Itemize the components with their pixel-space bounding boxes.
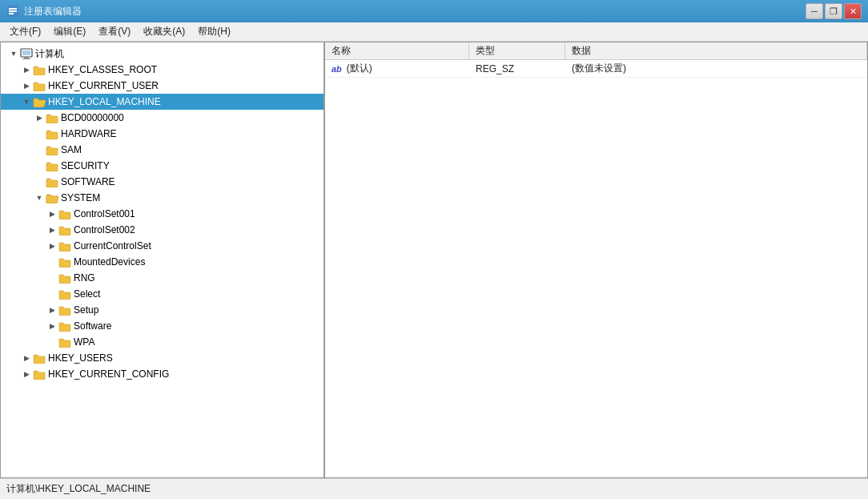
tree-panel[interactable]: ▼计算机▶HKEY_CLASSES_ROOT▶HKEY_CURRENT_USER… [1, 42, 325, 477]
folder-icon-mounteddevices [58, 256, 71, 268]
svg-rect-5 [22, 50, 30, 55]
folder-icon-security [46, 159, 58, 172]
node-label-wpa: WPA [74, 336, 94, 348]
folder-icon-bcd [46, 111, 58, 124]
value-data-cell: (数值未设置) [565, 62, 867, 75]
tree-node-system[interactable]: ▼SYSTEM [1, 190, 323, 206]
folder-icon-currentcontrolset [58, 239, 71, 252]
folder-icon-controlset001 [58, 207, 71, 220]
svg-rect-7 [22, 58, 30, 59]
expand-btn-softwaresub[interactable]: ▶ [46, 320, 58, 332]
svg-rect-6 [24, 57, 29, 58]
tree-node-security[interactable]: SECURITY [1, 158, 323, 174]
node-label-softwaresub: Software [74, 320, 111, 332]
menu-bar: 文件(F)编辑(E)查看(V)收藏夹(A)帮助(H) [0, 22, 868, 42]
expand-btn-setup[interactable]: ▶ [46, 304, 58, 316]
node-label-software: SOFTWARE [61, 176, 115, 187]
tree-node-select[interactable]: Select [1, 286, 323, 302]
node-label-controlset001: ControlSet001 [74, 208, 135, 219]
tree-node-computer[interactable]: ▼计算机 [1, 46, 323, 62]
expand-btn-hkcr[interactable]: ▶ [20, 63, 33, 76]
tree-node-hkcc[interactable]: ▶HKEY_CURRENT_CONFIG [1, 366, 323, 382]
node-label-select: Select [74, 288, 100, 300]
expand-btn-controlset002[interactable]: ▶ [46, 223, 58, 236]
folder-icon-wpa [58, 336, 71, 348]
expand-btn-hkcu[interactable]: ▶ [20, 79, 33, 92]
app-icon [6, 5, 19, 18]
node-label-setup: Setup [74, 304, 98, 316]
menu-item-编辑e[interactable]: 编辑(E) [47, 22, 92, 41]
node-label-hklm: HKEY_LOCAL_MACHINE [48, 96, 161, 107]
folder-icon-system [46, 191, 58, 204]
folder-icon-computer [20, 47, 33, 60]
menu-item-文件f[interactable]: 文件(F) [3, 22, 47, 41]
svg-rect-3 [9, 13, 14, 14]
tree-node-setup[interactable]: ▶Setup [1, 302, 323, 318]
tree-node-hklm[interactable]: ▼HKEY_LOCAL_MACHINE [1, 94, 323, 110]
window-controls: ─ ❐ ✕ [806, 3, 862, 19]
ab-icon: ab [332, 64, 342, 74]
value-type-cell: REG_SZ [469, 63, 565, 74]
values-list: ab(默认)REG_SZ(数值未设置) [325, 60, 867, 78]
expand-btn-currentcontrolset[interactable]: ▶ [46, 239, 58, 252]
column-headers: 名称 类型 数据 [325, 42, 867, 60]
tree-node-hkcu[interactable]: ▶HKEY_CURRENT_USER [1, 78, 323, 94]
folder-icon-hklm [33, 95, 46, 108]
value-name-text: (默认) [347, 62, 372, 75]
value-row[interactable]: ab(默认)REG_SZ(数值未设置) [325, 60, 867, 78]
expand-btn-bcd[interactable]: ▶ [33, 111, 46, 124]
node-label-hkcr: HKEY_CLASSES_ROOT [48, 64, 157, 75]
node-label-hkcc: HKEY_CURRENT_CONFIG [48, 368, 169, 380]
value-name-cell: ab(默认) [325, 62, 469, 75]
folder-icon-hku [33, 352, 46, 364]
tree-node-sam[interactable]: SAM [1, 142, 323, 158]
title-text: 注册表编辑器 [24, 5, 806, 18]
main-area: ▼计算机▶HKEY_CLASSES_ROOT▶HKEY_CURRENT_USER… [0, 42, 868, 478]
expand-btn-controlset001[interactable]: ▶ [46, 207, 58, 220]
values-panel: 名称 类型 数据 ab(默认)REG_SZ(数值未设置) [325, 42, 867, 477]
svg-rect-1 [9, 8, 17, 10]
folder-icon-setup [58, 304, 71, 316]
node-label-rng: RNG [74, 272, 95, 284]
col-header-data: 数据 [565, 42, 867, 59]
expand-btn-system[interactable]: ▼ [33, 191, 46, 204]
folder-icon-select [58, 288, 71, 300]
node-label-hku: HKEY_USERS [48, 352, 113, 364]
folder-icon-hardware [46, 127, 58, 140]
expand-btn-hklm[interactable]: ▼ [20, 95, 33, 108]
tree-node-rng[interactable]: RNG [1, 270, 323, 286]
tree-node-mounteddevices[interactable]: MountedDevices [1, 254, 323, 270]
expand-btn-hku[interactable]: ▶ [20, 352, 33, 364]
col-header-name: 名称 [325, 42, 469, 59]
tree-node-controlset002[interactable]: ▶ControlSet002 [1, 222, 323, 238]
tree-node-wpa[interactable]: WPA [1, 334, 323, 350]
status-path: 计算机\HKEY_LOCAL_MACHINE [6, 482, 151, 496]
node-label-security: SECURITY [61, 160, 110, 171]
tree-node-currentcontrolset[interactable]: ▶CurrentControlSet [1, 238, 323, 254]
node-label-hkcu: HKEY_CURRENT_USER [48, 80, 159, 91]
expand-btn-hkcc[interactable]: ▶ [20, 368, 33, 380]
folder-icon-sam [46, 143, 58, 156]
menu-item-帮助h[interactable]: 帮助(H) [191, 22, 237, 41]
tree-node-software[interactable]: SOFTWARE [1, 174, 323, 190]
tree-node-bcd[interactable]: ▶BCD00000000 [1, 110, 323, 126]
node-label-controlset002: ControlSet002 [74, 224, 135, 235]
menu-item-查看v[interactable]: 查看(V) [92, 22, 137, 41]
restore-button[interactable]: ❐ [825, 3, 842, 19]
col-header-type: 类型 [469, 42, 565, 59]
expand-btn-computer[interactable]: ▼ [7, 47, 20, 60]
folder-icon-hkcr [33, 63, 46, 76]
folder-icon-controlset002 [58, 223, 71, 236]
minimize-button[interactable]: ─ [806, 3, 823, 19]
menu-item-收藏夹a[interactable]: 收藏夹(A) [137, 22, 191, 41]
close-button[interactable]: ✕ [844, 3, 862, 19]
tree-node-hardware[interactable]: HARDWARE [1, 126, 323, 142]
status-bar: 计算机\HKEY_LOCAL_MACHINE [0, 478, 868, 499]
tree-node-controlset001[interactable]: ▶ControlSet001 [1, 206, 323, 222]
node-label-hardware: HARDWARE [61, 128, 117, 139]
tree-node-hkcr[interactable]: ▶HKEY_CLASSES_ROOT [1, 62, 323, 78]
tree-node-softwaresub[interactable]: ▶Software [1, 318, 323, 334]
node-label-system: SYSTEM [61, 192, 100, 203]
folder-icon-hkcu [33, 79, 46, 92]
tree-node-hku[interactable]: ▶HKEY_USERS [1, 350, 323, 366]
